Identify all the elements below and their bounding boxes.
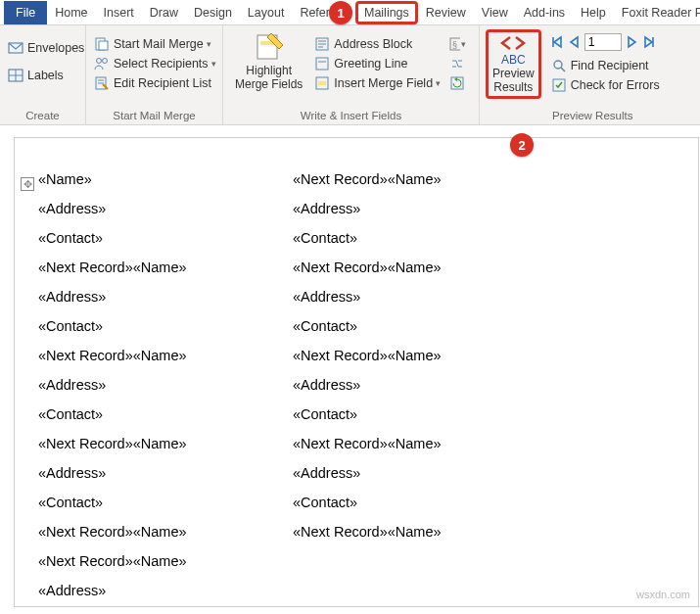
merge-field-nextrecord-name: «Next Record»«Name» bbox=[293, 524, 541, 540]
highlight-label-2: Merge Fields bbox=[235, 78, 303, 92]
merge-field-contact: «Contact» bbox=[38, 230, 287, 246]
chevron-down-icon: ▾ bbox=[211, 59, 216, 69]
merge-field-nextrecord-name: «Next Record»«Name» bbox=[293, 348, 541, 363]
match-fields-button[interactable] bbox=[448, 55, 466, 72]
start-mail-merge-button[interactable]: Start Mail Merge ▾ bbox=[92, 35, 218, 53]
edit-recipient-list-button[interactable]: Edit Recipient List bbox=[92, 74, 218, 92]
group-preview-label: Preview Results bbox=[486, 108, 679, 124]
merge-field-nextrecord-name: «Next Record»«Name» bbox=[38, 436, 287, 451]
merge-field-address: «Address» bbox=[38, 377, 287, 393]
tab-addins[interactable]: Add-ins bbox=[516, 1, 573, 24]
update-labels-icon bbox=[449, 75, 465, 91]
tab-file[interactable]: File bbox=[4, 1, 47, 24]
update-labels-button[interactable] bbox=[448, 74, 466, 92]
insert-merge-field-label: Insert Merge Field bbox=[334, 76, 433, 90]
last-record-icon[interactable] bbox=[641, 34, 657, 50]
greeting-icon bbox=[314, 56, 330, 71]
merge-field-contact: «Contact» bbox=[38, 318, 287, 334]
merge-field-address: «Address» bbox=[293, 377, 541, 393]
watermark: wsxdn.com bbox=[636, 589, 690, 600]
recipients-icon bbox=[94, 56, 110, 71]
group-write-label: Write & Insert Fields bbox=[229, 108, 473, 124]
merge-field-name: «Name» bbox=[38, 171, 287, 187]
address-block-button[interactable]: Address Block bbox=[312, 35, 443, 53]
label-cell: «Next Record»«Name» «Address» «Contact» … bbox=[38, 553, 195, 607]
tab-home[interactable]: Home bbox=[47, 1, 95, 24]
preview-label-1: Preview bbox=[492, 68, 535, 81]
tab-help[interactable]: Help bbox=[573, 1, 614, 24]
merge-field-contact: «Contact» bbox=[293, 495, 541, 510]
tab-design[interactable]: Design bbox=[186, 1, 240, 24]
next-record-icon[interactable] bbox=[624, 34, 639, 50]
merge-field-nextrecord-name: «Next Record»«Name» bbox=[293, 260, 541, 275]
svg-point-6 bbox=[97, 59, 102, 64]
merge-field-nextrecord-name: «Next Record»«Name» bbox=[38, 348, 287, 363]
highlight-label-1: Highlight bbox=[246, 65, 292, 78]
svg-rect-17 bbox=[316, 58, 328, 70]
tab-insert[interactable]: Insert bbox=[96, 1, 142, 24]
table-anchor-icon[interactable]: ✥ bbox=[21, 177, 34, 191]
callout-2: 2 bbox=[510, 133, 534, 157]
merge-field-nextrecord-name: «Next Record»«Name» bbox=[293, 171, 541, 187]
merge-field-nextrecord-name: «Next Record»«Name» bbox=[293, 436, 541, 451]
match-fields-icon bbox=[449, 56, 465, 71]
merge-field-nextrecord-name: «Next Record»«Name» bbox=[38, 524, 287, 540]
svg-point-24 bbox=[554, 61, 562, 69]
check-errors-label: Check for Errors bbox=[571, 78, 660, 92]
tab-mailings[interactable]: Mailings bbox=[355, 1, 418, 24]
merge-field-nextrecord-name: «Next Record»«Name» bbox=[38, 260, 287, 275]
find-recipient-label: Find Recipient bbox=[571, 59, 649, 72]
tab-view[interactable]: View bbox=[474, 1, 516, 24]
edit-recipient-list-label: Edit Recipient List bbox=[114, 76, 211, 90]
find-recipient-button[interactable]: Find Recipient bbox=[549, 57, 662, 74]
prev-record-icon[interactable] bbox=[567, 34, 583, 50]
insert-merge-field-button[interactable]: Insert Merge Field ▾ bbox=[312, 74, 443, 92]
address-block-icon bbox=[314, 36, 330, 52]
svg-point-7 bbox=[103, 59, 108, 64]
merge-field-contact: «Contact» bbox=[293, 318, 541, 334]
preview-abc-label: ABC bbox=[501, 54, 526, 68]
preview-results-button[interactable]: ABC Preview Results bbox=[490, 34, 537, 94]
merge-field-address: «Address» bbox=[293, 465, 541, 481]
merge-field-contact: «Contact» bbox=[293, 406, 541, 422]
select-recipients-button[interactable]: Select Recipients ▾ bbox=[92, 55, 218, 72]
group-create-label: Create bbox=[6, 108, 79, 124]
edit-list-icon bbox=[94, 75, 110, 91]
merge-field-address: «Address» bbox=[38, 465, 287, 481]
rules-button[interactable]: §▾ bbox=[448, 35, 466, 53]
label-grid: «Name» «Address» «Contact» «Next Record»… bbox=[38, 171, 698, 607]
labels-button[interactable]: Labels bbox=[6, 67, 86, 84]
greeting-line-button[interactable]: Greeting Line bbox=[312, 55, 443, 72]
document-page: ✥ «Name» «Address» «Contact» «Next Recor… bbox=[14, 137, 699, 607]
label-cell: «Name» «Address» «Contact» «Next Record»… bbox=[38, 171, 293, 553]
svg-text:§: § bbox=[452, 40, 457, 50]
group-start-label: Start Mail Merge bbox=[92, 108, 216, 124]
rules-icon: § bbox=[448, 36, 460, 52]
check-errors-button[interactable]: Check for Errors bbox=[549, 76, 662, 94]
tab-foxit[interactable]: Foxit Reader PD bbox=[614, 1, 700, 24]
tab-layout[interactable]: Layout bbox=[240, 1, 293, 24]
merge-field-address: «Address» bbox=[38, 289, 287, 305]
group-write-insert: Highlight Merge Fields Address Block Gre… bbox=[223, 25, 480, 124]
record-number-input[interactable] bbox=[584, 33, 622, 51]
greeting-line-label: Greeting Line bbox=[334, 57, 407, 71]
label-cell: «Next Record»«Name» «Address» «Contact» … bbox=[293, 171, 547, 553]
tab-review[interactable]: Review bbox=[418, 1, 474, 24]
insert-field-icon bbox=[314, 75, 330, 91]
group-start-mail-merge: Start Mail Merge ▾ Select Recipients ▾ E… bbox=[86, 25, 223, 124]
chevron-down-icon: ▾ bbox=[207, 39, 211, 49]
record-navigator bbox=[549, 33, 662, 51]
chevron-down-icon: ▾ bbox=[461, 39, 466, 49]
first-record-icon[interactable] bbox=[549, 34, 565, 50]
merge-field-address: «Address» bbox=[293, 289, 541, 305]
tab-draw[interactable]: Draw bbox=[142, 1, 186, 24]
check-errors-icon bbox=[551, 77, 567, 93]
svg-line-25 bbox=[561, 68, 565, 71]
envelopes-button[interactable]: Envelopes bbox=[6, 39, 86, 57]
highlight-icon bbox=[254, 31, 285, 63]
select-recipients-label: Select Recipients bbox=[114, 57, 209, 71]
highlight-merge-fields-button[interactable]: Highlight Merge Fields bbox=[229, 29, 308, 92]
svg-rect-5 bbox=[99, 41, 108, 50]
find-icon bbox=[551, 58, 567, 73]
merge-field-nextrecord-name: «Next Record»«Name» bbox=[38, 553, 189, 569]
